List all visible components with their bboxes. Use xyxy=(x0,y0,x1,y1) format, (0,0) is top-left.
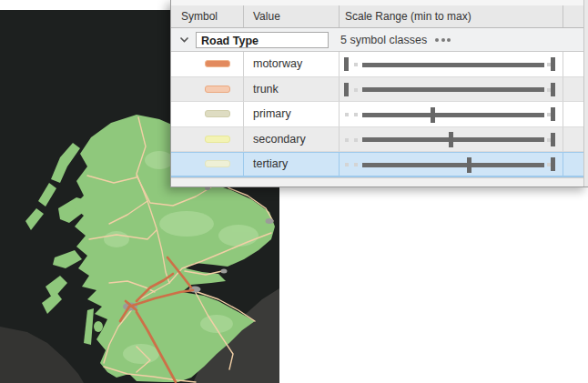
class-value-label: tertiary xyxy=(253,157,288,170)
symbol-cell[interactable] xyxy=(171,102,244,127)
spacer-cell xyxy=(563,127,583,153)
class-value-label: secondary xyxy=(253,133,306,146)
layer-name-input[interactable]: Road Type xyxy=(196,32,329,48)
column-header-symbol[interactable]: Symbol xyxy=(171,5,244,27)
grid-header-row: Symbol Value Scale Range (min to max) xyxy=(171,5,583,28)
layer-group-row: Road Type 5 symbol classes xyxy=(171,28,583,52)
symbol-class-row[interactable]: motorway xyxy=(171,52,583,77)
column-header-value[interactable]: Value xyxy=(244,5,340,27)
slider-track[interactable] xyxy=(362,87,544,92)
chevron-down-icon[interactable] xyxy=(179,36,189,43)
value-cell[interactable]: tertiary xyxy=(244,152,340,177)
value-cell[interactable]: motorway xyxy=(244,52,340,77)
spacer-cell xyxy=(563,77,583,103)
scale-range-slider[interactable] xyxy=(340,77,563,102)
symbol-class-row[interactable]: tertiary xyxy=(171,152,583,177)
min-scale-handle[interactable] xyxy=(344,57,349,71)
slider-track[interactable] xyxy=(362,137,544,142)
max-scale-handle[interactable] xyxy=(551,157,555,171)
slider-scale-tick xyxy=(354,138,358,142)
class-value-label: primary xyxy=(253,107,291,120)
class-value-label: trunk xyxy=(253,83,279,96)
scale-range-slider[interactable] xyxy=(340,52,563,76)
panel-footer-strip xyxy=(171,177,583,187)
slider-scale-tick xyxy=(354,163,358,166)
symbol-class-row[interactable]: secondary xyxy=(171,127,583,153)
symbol-cell[interactable] xyxy=(171,77,244,103)
symbology-panel: Symbol Value Scale Range (min to max) Ro… xyxy=(170,0,588,187)
scale-range-cell xyxy=(340,152,563,177)
max-scale-handle[interactable] xyxy=(551,107,555,121)
scale-range-cell xyxy=(340,52,563,77)
column-header-scale-range[interactable]: Scale Range (min to max) xyxy=(340,5,563,27)
scale-range-slider[interactable] xyxy=(340,127,563,152)
scale-range-cell xyxy=(340,77,563,103)
min-scale-handle[interactable] xyxy=(431,107,435,123)
slider-scale-tick xyxy=(354,88,358,92)
symbol-cell[interactable] xyxy=(171,52,244,77)
slider-track[interactable] xyxy=(362,163,544,167)
slider-scale-tick xyxy=(354,113,358,116)
application-screenshot: Symbol Value Scale Range (min to max) Ro… xyxy=(0,0,588,383)
scale-range-cell xyxy=(340,127,563,153)
symbol-class-row[interactable]: primary xyxy=(171,102,583,127)
symbol-cell[interactable] xyxy=(171,152,244,177)
line-symbol-swatch[interactable] xyxy=(205,160,230,167)
slider-scale-tick xyxy=(345,113,349,116)
spacer-cell xyxy=(563,52,583,77)
slider-track[interactable] xyxy=(362,113,544,117)
line-symbol-swatch[interactable] xyxy=(205,60,230,67)
value-cell[interactable]: trunk xyxy=(244,77,340,103)
max-scale-handle[interactable] xyxy=(551,83,555,96)
symbol-class-rows: motorway trunk primary xyxy=(171,52,583,177)
more-options-icon[interactable] xyxy=(435,38,451,42)
symbol-classes-count-label: 5 symbol classes xyxy=(340,34,427,46)
value-cell[interactable]: primary xyxy=(244,102,340,127)
line-symbol-swatch[interactable] xyxy=(205,136,230,143)
scale-range-cell xyxy=(340,102,563,127)
column-header-spacer xyxy=(563,5,583,27)
line-symbol-swatch[interactable] xyxy=(205,110,230,117)
min-scale-handle[interactable] xyxy=(344,83,349,96)
symbol-cell[interactable] xyxy=(171,127,244,153)
scale-range-slider[interactable] xyxy=(340,152,563,176)
slider-track[interactable] xyxy=(362,63,544,67)
max-scale-handle[interactable] xyxy=(551,133,555,146)
spacer-cell xyxy=(563,102,583,127)
scale-range-slider[interactable] xyxy=(340,102,563,126)
spacer-cell xyxy=(563,152,583,177)
slider-scale-tick xyxy=(354,63,358,66)
value-cell[interactable]: secondary xyxy=(244,127,340,153)
symbol-class-row[interactable]: trunk xyxy=(171,77,583,103)
line-symbol-swatch[interactable] xyxy=(205,86,230,93)
panel-scroll-gutter[interactable] xyxy=(583,0,588,186)
min-scale-handle[interactable] xyxy=(467,157,471,173)
min-scale-handle[interactable] xyxy=(449,132,453,147)
class-value-label: motorway xyxy=(253,57,302,70)
slider-scale-tick xyxy=(345,138,349,142)
slider-scale-tick xyxy=(345,163,349,166)
max-scale-handle[interactable] xyxy=(551,57,555,71)
